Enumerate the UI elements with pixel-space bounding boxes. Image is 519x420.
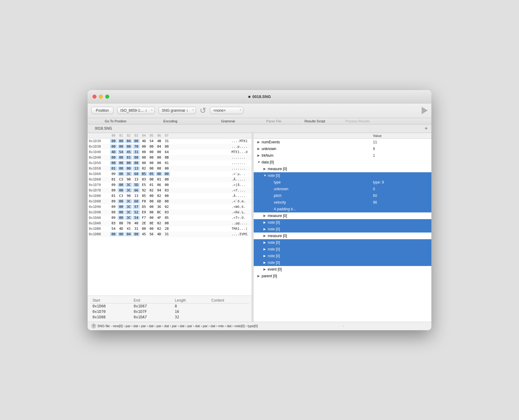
hex-byte[interactable]: 60 xyxy=(133,172,140,176)
hex-row[interactable]: 0x1D8001C3901305000200.Ã..... xyxy=(88,193,252,199)
label-parse-file[interactable]: Parse File xyxy=(256,119,292,123)
hex-byte[interactable]: 00 xyxy=(141,161,147,165)
hex-byte[interactable]: 00 xyxy=(148,210,155,214)
hex-byte[interactable]: 00 xyxy=(110,161,117,165)
hex-byte[interactable]: 00 xyxy=(110,156,117,159)
minimize-button[interactable] xyxy=(99,95,103,99)
hex-byte[interactable]: 28 xyxy=(163,227,170,231)
hex-byte[interactable]: 00 xyxy=(148,156,155,159)
hex-byte[interactable]: 00 xyxy=(125,161,132,165)
hex-byte[interactable]: 05 xyxy=(141,194,147,198)
hex-row[interactable]: 0x1D8809003C60F0006D00.<`ð.m. xyxy=(88,199,252,204)
hex-byte[interactable]: 4D xyxy=(110,150,117,154)
help-button[interactable]: ? xyxy=(91,324,96,328)
maximize-button[interactable] xyxy=(105,95,109,99)
hex-byte[interactable]: D5 xyxy=(141,205,147,209)
hex-byte[interactable]: 00 xyxy=(141,145,147,149)
hex-byte[interactable]: 00 xyxy=(156,161,162,165)
hex-byte[interactable]: 00 xyxy=(118,161,124,165)
hex-byte[interactable]: 00 xyxy=(148,205,155,209)
selection-row[interactable]: 0x1D600x1D678 xyxy=(90,303,249,309)
hex-byte[interactable]: 36 xyxy=(156,205,162,209)
hex-byte[interactable]: 54 xyxy=(118,150,124,154)
hex-byte[interactable]: 00 xyxy=(118,232,124,236)
hex-byte[interactable]: 00 xyxy=(133,232,140,236)
hex-byte[interactable]: 66 xyxy=(133,188,140,192)
parse-tree-row[interactable]: ▶numEvents11 xyxy=(254,139,431,145)
hex-row[interactable]: 0x1DA009003C54F7004F05.<T÷.O. xyxy=(88,215,252,221)
hex-body[interactable]: 0x1D30000004004D544B31....MTK10x1D380000… xyxy=(88,138,252,296)
hex-byte[interactable]: 57 xyxy=(133,205,140,209)
hex-byte[interactable]: BC xyxy=(156,210,162,214)
hex-row[interactable]: 0x1D30000004004D544B31....MTK1 xyxy=(88,138,252,144)
hex-byte[interactable]: 31 xyxy=(163,139,170,143)
new-tab-button[interactable]: + xyxy=(424,126,428,131)
hex-byte[interactable]: 45 xyxy=(125,150,132,154)
hex-byte[interactable]: 02 xyxy=(163,205,170,209)
hex-byte[interactable]: 01 xyxy=(110,166,117,170)
hex-byte[interactable]: 40 xyxy=(133,221,140,225)
parse-tree-row[interactable]: ▼data [0] xyxy=(254,159,431,166)
hex-row[interactable]: 0x1D580100001302000000....... xyxy=(88,166,252,171)
hex-byte[interactable]: 00 xyxy=(133,139,140,143)
hex-byte[interactable]: 09 xyxy=(110,199,117,203)
hex-byte[interactable]: 01 xyxy=(148,183,155,187)
hex-byte[interactable]: 08 xyxy=(133,161,140,165)
hex-byte[interactable]: 00 xyxy=(118,139,124,143)
parse-tree-row[interactable]: ▶note [0] xyxy=(254,259,431,266)
hex-byte[interactable]: 00 xyxy=(110,139,117,143)
position-button[interactable]: Position xyxy=(91,107,113,114)
hex-byte[interactable]: 00 xyxy=(148,177,155,181)
hex-byte[interactable]: 4B xyxy=(156,139,162,143)
hex-row[interactable]: 0x1DB80000040045564D31....EVM1 xyxy=(88,232,252,237)
hex-byte[interactable]: 3C xyxy=(125,205,132,209)
hex-row[interactable]: 0x1DA8038870402E8E0200..p@.... xyxy=(88,221,252,226)
hex-byte[interactable]: 94 xyxy=(156,188,162,192)
parse-tree-row[interactable]: velocity96 xyxy=(254,199,431,206)
hex-byte[interactable]: 13 xyxy=(133,166,140,170)
hex-byte[interactable]: 92 xyxy=(141,188,147,192)
selection-row[interactable]: 0x1D880x1DA732 xyxy=(90,314,249,320)
hex-byte[interactable]: 54 xyxy=(148,139,155,143)
hex-byte[interactable]: 09 xyxy=(110,172,117,176)
hex-row[interactable]: 0x1D48000001000000000B....... xyxy=(88,155,252,160)
hex-byte[interactable]: 3C xyxy=(125,199,132,203)
hex-byte[interactable]: 00 xyxy=(163,166,170,170)
hex-byte[interactable]: 88 xyxy=(118,221,124,225)
hex-byte[interactable]: 02 xyxy=(141,166,147,170)
parse-tree-row[interactable]: unknown0 xyxy=(254,186,431,192)
hex-byte[interactable]: 00 xyxy=(163,221,170,225)
hex-byte[interactable]: 90 xyxy=(125,177,132,181)
hex-byte[interactable]: 00 xyxy=(125,145,132,149)
hex-byte[interactable]: C3 xyxy=(118,177,124,181)
hex-byte[interactable]: 01 xyxy=(110,194,117,198)
hex-byte[interactable]: 09 xyxy=(110,183,117,187)
parse-body[interactable]: ▶numEvents11▶unknown8▶trkNum1▼data [0]▶m… xyxy=(254,139,431,322)
hex-byte[interactable]: E5 xyxy=(141,183,147,187)
hex-byte[interactable]: F7 xyxy=(141,216,147,220)
hex-row[interactable]: 0x1D7009003C5DE5018600.<]å... xyxy=(88,182,252,188)
hex-byte[interactable]: 02 xyxy=(156,221,162,225)
hex-byte[interactable]: 13 xyxy=(133,194,140,198)
hex-byte[interactable]: 4F xyxy=(156,216,162,220)
hex-byte[interactable]: 05 xyxy=(148,172,155,176)
hex-byte[interactable]: 00 xyxy=(133,156,140,159)
parse-tree-row[interactable]: typetype: 9 xyxy=(254,179,431,186)
hex-byte[interactable]: F0 xyxy=(141,199,147,203)
hex-byte[interactable]: 00 xyxy=(156,156,162,159)
hex-byte[interactable]: 54 xyxy=(133,216,140,220)
hex-byte[interactable]: 2E xyxy=(141,221,147,225)
process-results-button[interactable] xyxy=(421,107,428,114)
hex-byte[interactable]: 01 xyxy=(110,177,117,181)
parse-tree-row[interactable]: ▶parent [0] xyxy=(254,273,431,279)
hex-row[interactable]: 0x1DB0544D413100000228TMA1...( xyxy=(88,226,252,232)
hex-byte[interactable]: 0B xyxy=(163,156,170,159)
hex-byte[interactable]: 00 xyxy=(118,183,124,187)
hex-byte[interactable]: C3 xyxy=(118,194,124,198)
hex-byte[interactable]: 6D xyxy=(156,199,162,203)
hex-byte[interactable]: 5D xyxy=(133,183,140,187)
parse-tree-row[interactable]: ▶trkNum1 xyxy=(254,152,431,159)
hex-byte[interactable]: 8E xyxy=(148,221,155,225)
hex-byte[interactable]: 00 xyxy=(163,194,170,198)
hex-byte[interactable]: 3C xyxy=(125,183,132,187)
